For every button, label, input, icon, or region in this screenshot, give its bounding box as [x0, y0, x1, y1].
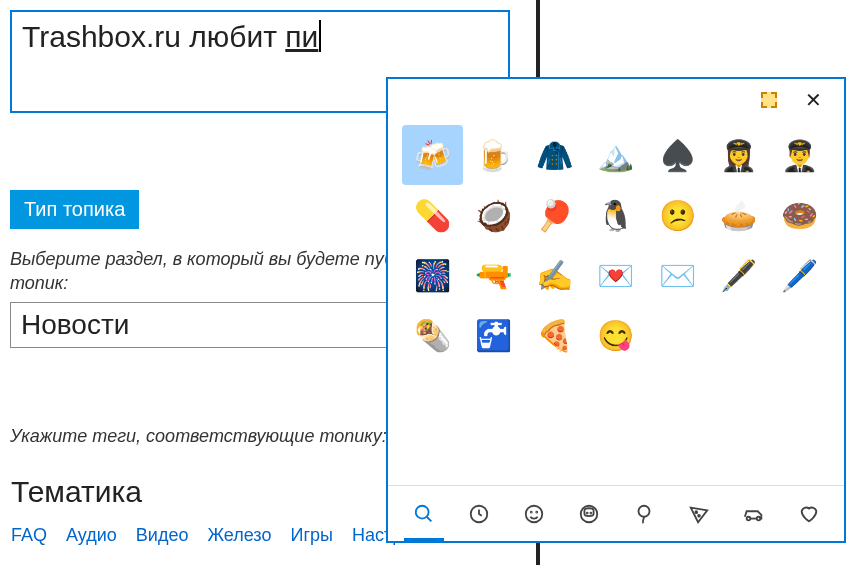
emoji-pizza[interactable]: 🍕 [524, 305, 585, 365]
title-text: Trashbox.ru любит [22, 20, 285, 53]
heart-icon [798, 503, 820, 525]
tag-link[interactable]: Видео [136, 525, 189, 545]
emoji-ping-pong[interactable]: 🏓 [524, 185, 585, 245]
smiley-icon [523, 503, 545, 525]
tag-link[interactable]: FAQ [11, 525, 47, 545]
svg-line-1 [426, 516, 431, 521]
emoji-writing-hand[interactable]: ✍️ [524, 245, 585, 305]
tab-transport[interactable] [730, 492, 778, 536]
svg-point-13 [756, 516, 760, 520]
tag-link[interactable]: Железо [207, 525, 271, 545]
clock-icon [468, 503, 490, 525]
topic-type-button[interactable]: Тип топика [10, 190, 139, 229]
emoji-love-letter[interactable]: 💌 [585, 245, 646, 305]
tab-celebration[interactable] [620, 492, 668, 536]
svg-point-12 [746, 516, 750, 520]
search-icon [413, 503, 435, 525]
tab-search[interactable] [400, 492, 448, 536]
emoji-envelope[interactable]: ✉️ [647, 245, 708, 305]
text-cursor [319, 20, 321, 52]
tag-link[interactable]: Аудио [66, 525, 117, 545]
emoji-doughnut[interactable]: 🍩 [769, 185, 830, 245]
svg-point-9 [638, 505, 649, 516]
svg-point-4 [530, 511, 531, 512]
svg-point-3 [525, 505, 542, 522]
ime-indicator-icon[interactable] [761, 92, 777, 108]
emoji-beer-mugs[interactable]: 🍻 [402, 125, 463, 185]
close-icon[interactable]: ✕ [805, 88, 822, 112]
emoji-spade-suit[interactable]: ♠️ [647, 125, 708, 185]
emoji-confused-face[interactable]: 😕 [647, 185, 708, 245]
emoji-potable-water[interactable]: 🚰 [463, 305, 524, 365]
svg-point-11 [698, 514, 700, 516]
tab-people[interactable] [565, 492, 613, 536]
theme-heading: Тематика [11, 475, 142, 509]
emoji-penguin[interactable]: 🐧 [585, 185, 646, 245]
emoji-fireworks[interactable]: 🎆 [402, 245, 463, 305]
svg-point-10 [695, 511, 697, 513]
tab-smileys[interactable] [510, 492, 558, 536]
emoji-burrito[interactable]: 🌯 [402, 305, 463, 365]
tab-recent[interactable] [455, 492, 503, 536]
ime-composition: пи [285, 20, 318, 53]
emoji-pill[interactable]: 💊 [402, 185, 463, 245]
section-select-value: Новости [21, 309, 129, 340]
svg-point-8 [590, 512, 591, 513]
emoji-man-pilot[interactable]: 👨‍✈️ [769, 125, 830, 185]
emoji-beer-mug[interactable]: 🍺 [463, 125, 524, 185]
emoji-category-tabs [388, 485, 844, 541]
tab-food[interactable] [675, 492, 723, 536]
emoji-woman-pilot[interactable]: 👩‍✈️ [708, 125, 769, 185]
emoji-fountain-pen[interactable]: 🖋️ [708, 245, 769, 305]
svg-point-5 [536, 511, 537, 512]
car-icon [742, 503, 766, 525]
emoji-pistol[interactable]: 🔫 [463, 245, 524, 305]
tag-link[interactable]: Игры [290, 525, 332, 545]
emoji-pie[interactable]: 🥧 [708, 185, 769, 245]
emoji-yum-face[interactable]: 😋 [585, 305, 646, 365]
tab-hearts[interactable] [785, 492, 833, 536]
emoji-picker: ✕ 🍻🍺🧥🏔️♠️👩‍✈️👨‍✈️💊🥥🏓🐧😕🥧🍩🎆🔫✍️💌✉️🖋️🖊️🌯🚰🍕😋 [386, 77, 846, 543]
pizza-icon [688, 503, 710, 525]
emoji-mountain[interactable]: 🏔️ [585, 125, 646, 185]
tags-helper-text: Укажите теги, соответствующие топику: [10, 426, 387, 447]
emoji-coat[interactable]: 🧥 [524, 125, 585, 185]
svg-point-7 [586, 512, 587, 513]
emoji-grid: 🍻🍺🧥🏔️♠️👩‍✈️👨‍✈️💊🥥🏓🐧😕🥧🍩🎆🔫✍️💌✉️🖋️🖊️🌯🚰🍕😋 [388, 121, 844, 485]
emoji-coconut[interactable]: 🥥 [463, 185, 524, 245]
emoji-picker-top: ✕ [388, 79, 844, 121]
svg-point-0 [415, 505, 428, 518]
balloon-icon [633, 503, 655, 525]
emoji-pen[interactable]: 🖊️ [769, 245, 830, 305]
people-icon [578, 503, 600, 525]
